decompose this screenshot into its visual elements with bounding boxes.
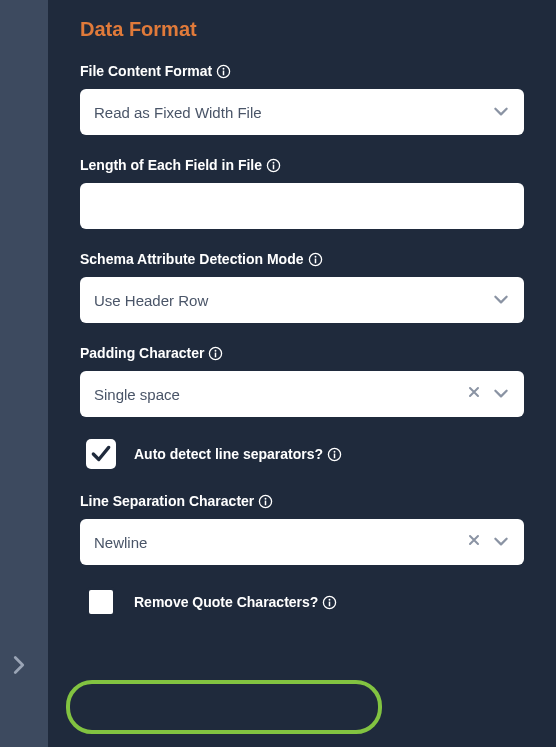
label-text: Schema Attribute Detection Mode bbox=[80, 251, 304, 267]
svg-rect-14 bbox=[334, 453, 336, 458]
clear-icon[interactable] bbox=[466, 532, 482, 553]
label-text: Remove Quote Characters? bbox=[134, 594, 318, 610]
svg-point-1 bbox=[223, 67, 225, 69]
svg-point-10 bbox=[215, 349, 217, 351]
label-text: Line Separation Character bbox=[80, 493, 254, 509]
info-icon[interactable] bbox=[327, 447, 342, 462]
auto-detect-line-sep-row: Auto detect line separators? bbox=[80, 439, 524, 469]
length-each-field-input[interactable] bbox=[80, 183, 524, 229]
chevron-down-icon bbox=[492, 290, 510, 311]
auto-detect-line-sep-checkbox[interactable] bbox=[86, 439, 116, 469]
remove-quote-row: Remove Quote Characters? bbox=[80, 587, 524, 617]
clear-icon[interactable] bbox=[466, 384, 482, 405]
select-value: Use Header Row bbox=[94, 292, 482, 309]
field-label: Padding Character bbox=[80, 345, 524, 361]
field-label: Schema Attribute Detection Mode bbox=[80, 251, 524, 267]
info-icon[interactable] bbox=[208, 346, 223, 361]
label-text: File Content Format bbox=[80, 63, 212, 79]
info-icon[interactable] bbox=[322, 595, 337, 610]
info-icon[interactable] bbox=[266, 158, 281, 173]
select-value: Single space bbox=[94, 386, 456, 403]
label-text: Padding Character bbox=[80, 345, 204, 361]
checkmark-icon bbox=[90, 443, 112, 465]
expand-panel-icon[interactable] bbox=[12, 655, 26, 679]
label-text: Auto detect line separators? bbox=[134, 446, 323, 462]
svg-rect-2 bbox=[223, 70, 225, 75]
file-content-format-select[interactable]: Read as Fixed Width File bbox=[80, 89, 524, 135]
svg-point-16 bbox=[265, 497, 267, 499]
left-rail bbox=[0, 0, 48, 747]
remove-quote-checkbox[interactable] bbox=[86, 587, 116, 617]
svg-point-4 bbox=[273, 161, 275, 163]
info-icon[interactable] bbox=[308, 252, 323, 267]
field-label: Length of Each Field in File bbox=[80, 157, 524, 173]
svg-point-19 bbox=[329, 598, 331, 600]
svg-point-7 bbox=[314, 255, 316, 257]
field-label: File Content Format bbox=[80, 63, 524, 79]
select-value: Read as Fixed Width File bbox=[94, 104, 482, 121]
field-schema-attr-mode: Schema Attribute Detection Mode Use Head… bbox=[80, 251, 524, 323]
field-file-content-format: File Content Format Read as Fixed Width … bbox=[80, 63, 524, 135]
field-length-each-field: Length of Each Field in File bbox=[80, 157, 524, 229]
select-value: Newline bbox=[94, 534, 456, 551]
chevron-down-icon bbox=[492, 102, 510, 123]
schema-attr-mode-select[interactable]: Use Header Row bbox=[80, 277, 524, 323]
data-format-panel: Data Format File Content Format Read as … bbox=[48, 0, 556, 747]
field-label: Line Separation Character bbox=[80, 493, 524, 509]
chevron-down-icon bbox=[492, 532, 510, 553]
svg-rect-8 bbox=[314, 258, 316, 263]
chevron-down-icon bbox=[492, 384, 510, 405]
padding-char-select[interactable]: Single space bbox=[80, 371, 524, 417]
info-icon[interactable] bbox=[258, 494, 273, 509]
svg-rect-11 bbox=[215, 352, 217, 357]
section-title: Data Format bbox=[80, 18, 524, 41]
info-icon[interactable] bbox=[216, 64, 231, 79]
label-text: Length of Each Field in File bbox=[80, 157, 262, 173]
svg-rect-17 bbox=[265, 500, 267, 505]
svg-rect-20 bbox=[329, 601, 331, 606]
field-padding-char: Padding Character Single space bbox=[80, 345, 524, 417]
field-line-sep-char: Line Separation Character Newline bbox=[80, 493, 524, 565]
svg-rect-5 bbox=[273, 164, 275, 169]
line-sep-char-select[interactable]: Newline bbox=[80, 519, 524, 565]
checkbox-label: Remove Quote Characters? bbox=[134, 594, 337, 610]
checkbox-label: Auto detect line separators? bbox=[134, 446, 342, 462]
svg-point-13 bbox=[334, 450, 336, 452]
